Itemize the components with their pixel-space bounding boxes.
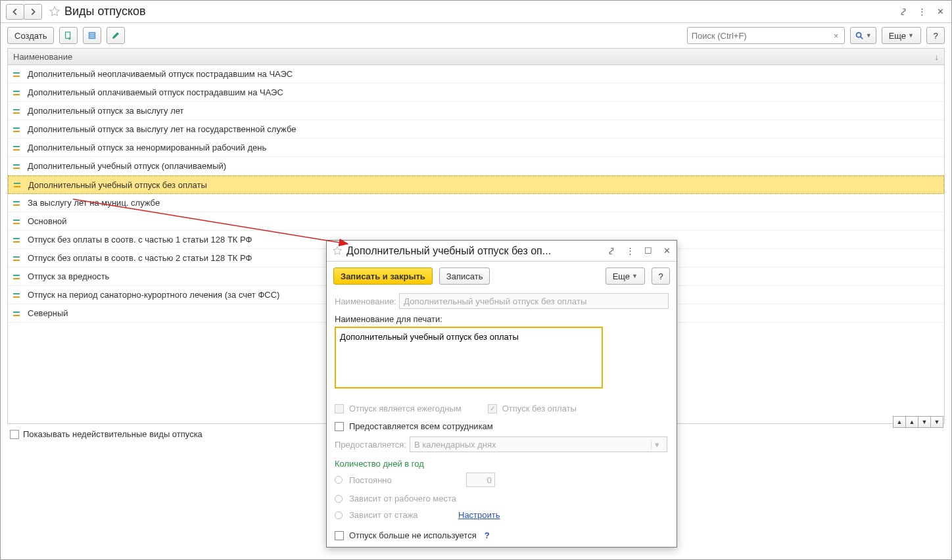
dialog-link-icon[interactable] xyxy=(606,245,617,257)
row-label: Отпуск без оплаты в соотв. с частью 1 ст… xyxy=(28,235,252,245)
copy-button[interactable] xyxy=(59,27,78,44)
document-plus-icon xyxy=(64,31,73,40)
kebab-icon[interactable]: ⋮ xyxy=(916,6,928,18)
search-clear-button[interactable]: × xyxy=(830,30,842,41)
configure-link[interactable]: Настроить xyxy=(458,510,500,520)
list-icon xyxy=(87,31,97,40)
tenure-radio xyxy=(335,511,343,519)
row-label: Дополнительный оплачиваемый отпуск постр… xyxy=(28,87,283,97)
scroll-bottom-button[interactable]: ▼ xyxy=(930,416,943,428)
provided-select: В календарных днях ▾ xyxy=(410,436,667,452)
show-inactive-label: Показывать недействительные виды отпуска xyxy=(23,429,202,439)
name-label: Наименование: xyxy=(335,296,395,306)
question-icon[interactable]: ? xyxy=(485,530,490,540)
unpaid-checkbox: ✓ xyxy=(488,404,497,413)
table-row[interactable]: Основной xyxy=(8,212,944,231)
item-icon xyxy=(13,218,22,225)
table-row[interactable]: Дополнительный учебный отпуск (оплачивае… xyxy=(8,157,944,175)
favorite-star-icon[interactable] xyxy=(332,246,343,256)
provided-label: Предоставляется: xyxy=(335,440,406,450)
row-label: Основной xyxy=(28,216,67,226)
column-name: Наименование xyxy=(13,52,935,62)
tenure-label: Зависит от стажа xyxy=(349,510,452,520)
save-close-button[interactable]: Записать и закрыть xyxy=(333,268,433,285)
title-bar: Виды отпусков ⋮ ✕ xyxy=(1,1,951,23)
dialog-kebab-icon[interactable]: ⋮ xyxy=(624,245,636,257)
scroll-top-button[interactable]: ▲ xyxy=(893,416,906,428)
dialog-help-button[interactable]: ? xyxy=(652,268,670,285)
dialog-more-button[interactable]: Еще ▼ xyxy=(606,268,645,285)
row-label: Дополнительный учебный отпуск (оплачивае… xyxy=(28,161,226,171)
edit-button[interactable] xyxy=(107,27,125,44)
days-section-title: Количество дней в год xyxy=(335,459,669,469)
table-row[interactable]: Дополнительный отпуск за выслугу лет на … xyxy=(8,120,944,139)
row-label: Дополнительный отпуск за выслугу лет xyxy=(28,106,183,116)
table-row[interactable]: Дополнительный отпуск за выслугу лет xyxy=(8,102,944,120)
close-icon[interactable]: ✕ xyxy=(934,6,946,18)
row-label: Северный xyxy=(28,308,68,318)
magnifier-icon xyxy=(855,31,864,40)
create-button[interactable]: Создать xyxy=(7,27,54,44)
item-icon xyxy=(13,254,22,262)
save-button[interactable]: Записать xyxy=(439,268,490,285)
more-button[interactable]: Еще ▼ xyxy=(882,27,921,44)
arrow-right-icon xyxy=(28,7,37,16)
svg-point-2 xyxy=(856,33,861,37)
constant-value-field xyxy=(466,473,495,487)
row-label: Дополнительный учебный отпуск без оплаты xyxy=(28,180,207,190)
dialog-maximize-icon[interactable]: ☐ xyxy=(642,245,654,257)
row-label: Дополнительный отпуск за ненормированный… xyxy=(28,143,266,152)
workplace-label: Зависит от рабочего места xyxy=(349,494,456,503)
item-icon xyxy=(13,89,22,97)
item-icon xyxy=(13,236,22,244)
scroll-nav: ▲ ▲ ▼ ▼ xyxy=(893,416,943,428)
item-icon xyxy=(13,291,22,299)
no-longer-used-checkbox[interactable] xyxy=(335,531,344,540)
print-name-field[interactable] xyxy=(335,327,603,388)
nav-back-button[interactable] xyxy=(6,4,24,20)
favorite-star-icon[interactable] xyxy=(49,6,60,18)
table-row[interactable]: Дополнительный учебный отпуск без оплаты xyxy=(8,175,944,194)
table-row[interactable]: Дополнительный отпуск за ненормированный… xyxy=(8,139,944,157)
item-icon xyxy=(13,310,22,317)
arrow-left-icon xyxy=(11,7,20,16)
svg-rect-0 xyxy=(66,32,70,39)
no-longer-used-label: Отпуск больше не используется xyxy=(349,530,477,540)
show-inactive-checkbox[interactable] xyxy=(10,430,19,439)
scroll-down-button[interactable]: ▼ xyxy=(918,416,931,428)
table-row[interactable]: Дополнительный оплачиваемый отпуск постр… xyxy=(8,83,944,102)
dialog-close-icon[interactable]: ✕ xyxy=(661,245,673,257)
item-icon xyxy=(13,199,22,207)
scroll-up-button[interactable]: ▲ xyxy=(905,416,918,428)
pencil-icon xyxy=(111,31,120,40)
row-label: Отпуск за вредность xyxy=(28,271,109,281)
constant-label: Постоянно xyxy=(349,475,460,485)
help-button[interactable]: ? xyxy=(926,27,945,44)
nav-forward-button[interactable] xyxy=(24,4,42,20)
item-icon xyxy=(14,181,23,189)
dialog-body: Наименование: Наименование для печати: О… xyxy=(327,291,677,547)
item-icon xyxy=(13,144,22,152)
item-icon xyxy=(13,162,22,170)
page-title: Виды отпусков xyxy=(64,5,146,18)
all-employees-checkbox[interactable] xyxy=(335,422,344,431)
unpaid-label: Отпуск без оплаты xyxy=(502,404,577,413)
row-label: Дополнительный отпуск за выслугу лет на … xyxy=(28,124,296,134)
edit-dialog: Дополнительный учебный отпуск без оп... … xyxy=(326,240,677,548)
item-icon xyxy=(13,273,22,281)
search-button[interactable]: ▼ xyxy=(850,27,876,44)
table-row[interactable]: За выслугу лет на муниц. службе xyxy=(8,194,944,212)
row-label: Дополнительный неоплачиваемый отпуск пос… xyxy=(28,69,293,79)
search-input[interactable] xyxy=(687,27,845,44)
item-icon xyxy=(13,70,22,78)
row-label: Отпуск без оплаты в соотв. с частью 2 ст… xyxy=(28,253,252,263)
all-employees-label: Предоставляется всем сотрудникам xyxy=(349,421,493,431)
constant-radio xyxy=(335,476,343,484)
grid-header[interactable]: Наименование ↓ xyxy=(7,48,945,65)
table-row[interactable]: Дополнительный неоплачиваемый отпуск пос… xyxy=(8,65,944,83)
dialog-title: Дополнительный учебный отпуск без оп... xyxy=(346,245,599,257)
list-button[interactable] xyxy=(83,27,101,44)
item-icon xyxy=(13,107,22,115)
annual-checkbox xyxy=(335,404,344,413)
link-icon[interactable] xyxy=(897,6,909,18)
